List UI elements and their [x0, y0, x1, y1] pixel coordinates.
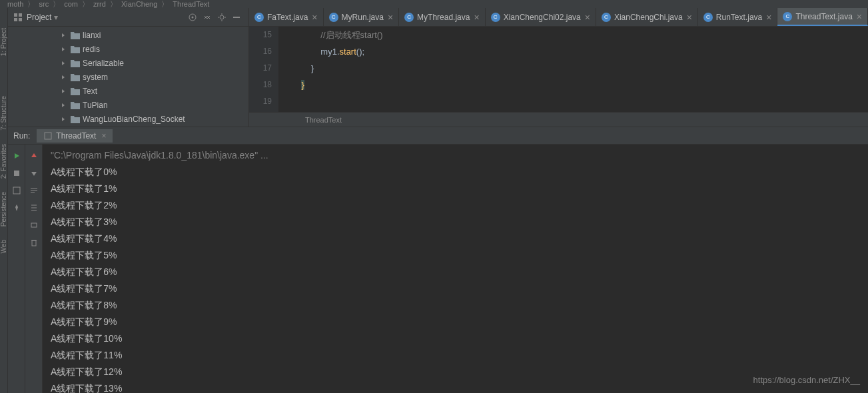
console-line: A线程下载了10%	[51, 330, 860, 347]
class-icon: C	[254, 13, 264, 22]
chevron-right-icon	[60, 60, 67, 67]
console-line: A线程下载了2%	[51, 197, 860, 214]
close-icon[interactable]: ×	[766, 12, 771, 23]
tool-window-persistence[interactable]: Persistence	[0, 192, 7, 226]
stop-button[interactable]	[10, 167, 23, 180]
editor-body[interactable]: 15 16 17 18 19 //启动线程start() my1.start()…	[249, 27, 868, 112]
editor-tab-active[interactable]: CThreadText.java×	[777, 8, 868, 26]
editor-breadcrumb[interactable]: ThreadText	[249, 112, 868, 127]
soft-wrap-button[interactable]	[27, 184, 41, 197]
run-tab[interactable]: ThreadText ×	[37, 129, 113, 143]
tree-item[interactable]: Text	[8, 84, 248, 98]
console-line: A线程下载了11%	[51, 347, 860, 364]
close-icon[interactable]: ×	[857, 11, 862, 22]
breadcrumb-item[interactable]: XianCheng	[121, 0, 157, 8]
project-icon	[13, 13, 23, 22]
rerun-button[interactable]	[10, 149, 23, 163]
settings-icon[interactable]	[215, 11, 228, 24]
tree-item[interactable]: lianxi	[8, 28, 248, 42]
svg-point-6	[220, 15, 224, 19]
close-icon[interactable]: ×	[474, 12, 479, 23]
chevron-right-icon	[60, 46, 67, 53]
scroll-to-end-button[interactable]	[27, 201, 41, 214]
close-icon[interactable]: ×	[388, 12, 393, 23]
editor-tab[interactable]: CMyRun.java×	[324, 8, 400, 26]
breadcrumb-item[interactable]: ThreadText	[173, 0, 209, 8]
svg-rect-8	[45, 133, 51, 139]
editor-tab[interactable]: CXianChengChi.java×	[596, 8, 698, 26]
locate-icon[interactable]	[186, 11, 199, 24]
print-button[interactable]	[27, 218, 41, 232]
tool-window-favorites[interactable]: 2: Favorites	[0, 144, 7, 179]
watermark: https://blog.csdn.net/ZHX__	[753, 375, 860, 385]
folder-icon	[71, 87, 80, 95]
code-area[interactable]: //启动线程start() my1.start(); } }	[286, 27, 868, 112]
tree-item[interactable]: Serializable	[8, 56, 248, 70]
left-tool-window-bar: 1: Project 7: Structure 2: Favorites Per…	[0, 8, 8, 393]
clear-button[interactable]	[27, 236, 41, 249]
chevron-right-icon	[60, 88, 67, 95]
breadcrumb-item[interactable]: com	[64, 0, 78, 8]
svg-rect-2	[14, 18, 17, 21]
console-line: A线程下载了3%	[51, 214, 860, 230]
tool-window-project[interactable]: 1: Project	[0, 28, 7, 56]
console-line: A线程下载了1%	[51, 181, 860, 197]
editor-tab[interactable]: CMyThread.java×	[399, 8, 486, 26]
close-icon[interactable]: ×	[687, 12, 692, 23]
svg-rect-9	[14, 171, 19, 176]
run-toolbar-secondary	[25, 145, 43, 393]
fold-gutter[interactable]	[278, 27, 286, 112]
up-trace-button[interactable]	[27, 149, 41, 163]
run-toolbar-primary	[8, 145, 25, 393]
tool-window-web[interactable]: Web	[0, 240, 7, 253]
restore-layout-button[interactable]	[10, 184, 23, 197]
console-line: A线程下载了9%	[51, 314, 860, 330]
editor-tab[interactable]: CFaText.java×	[249, 8, 324, 26]
class-icon: C	[783, 12, 792, 21]
line-gutter: 15 16 17 18 19	[249, 27, 278, 112]
folder-icon	[71, 45, 80, 53]
folder-icon	[71, 31, 80, 39]
pin-button[interactable]	[10, 201, 23, 214]
project-tool-window: Project ▾ lianxi redis Serializable syst…	[8, 8, 249, 127]
folder-icon	[71, 101, 80, 109]
breadcrumb-item[interactable]: src	[39, 0, 49, 8]
project-title: Project	[27, 13, 51, 22]
breadcrumb-item[interactable]: zrrd	[93, 0, 106, 8]
dropdown-icon[interactable]: ▾	[54, 13, 58, 22]
console-output[interactable]: "C:\Program Files\Java\jdk1.8.0_181\bin\…	[43, 145, 868, 393]
console-command: "C:\Program Files\Java\jdk1.8.0_181\bin\…	[51, 147, 860, 164]
chevron-right-icon	[60, 102, 67, 109]
svg-rect-11	[31, 223, 37, 227]
console-line: A线程下载了7%	[51, 280, 860, 297]
console-line: A线程下载了5%	[51, 247, 860, 264]
editor-tab[interactable]: CXianChengChi02.java×	[486, 8, 596, 26]
close-icon[interactable]: ×	[585, 12, 590, 23]
tree-item[interactable]: redis	[8, 42, 248, 56]
console-line: A线程下载了4%	[51, 230, 860, 247]
collapse-icon[interactable]	[201, 11, 214, 24]
run-tool-window: Run: ThreadText ×	[8, 127, 868, 393]
close-icon[interactable]: ×	[101, 131, 106, 141]
svg-rect-3	[19, 18, 22, 21]
console-line: A线程下载了8%	[51, 297, 860, 314]
svg-rect-10	[13, 187, 20, 194]
editor-panel: CFaText.java× CMyRun.java× CMyThread.jav…	[249, 8, 868, 127]
down-trace-button[interactable]	[27, 167, 41, 180]
svg-rect-1	[19, 13, 22, 17]
tree-item[interactable]: system	[8, 70, 248, 84]
tree-item[interactable]: TuPian	[8, 98, 248, 112]
tree-item[interactable]: WangLuoBianCheng_Socket	[8, 112, 248, 126]
breadcrumb-item[interactable]: moth	[7, 0, 23, 8]
editor-tabs: CFaText.java× CMyRun.java× CMyThread.jav…	[249, 8, 868, 27]
chevron-right-icon	[60, 74, 67, 81]
run-title: Run:	[13, 131, 30, 141]
svg-rect-7	[233, 17, 240, 18]
project-tree[interactable]: lianxi redis Serializable system Text Tu…	[8, 27, 248, 127]
hide-icon[interactable]	[230, 11, 243, 24]
close-icon[interactable]: ×	[312, 12, 317, 23]
tool-window-structure[interactable]: 7: Structure	[0, 96, 7, 131]
editor-tab[interactable]: CRunText.java×	[698, 8, 778, 26]
console-line: A线程下载了0%	[51, 164, 860, 181]
chevron-right-icon	[60, 116, 67, 123]
